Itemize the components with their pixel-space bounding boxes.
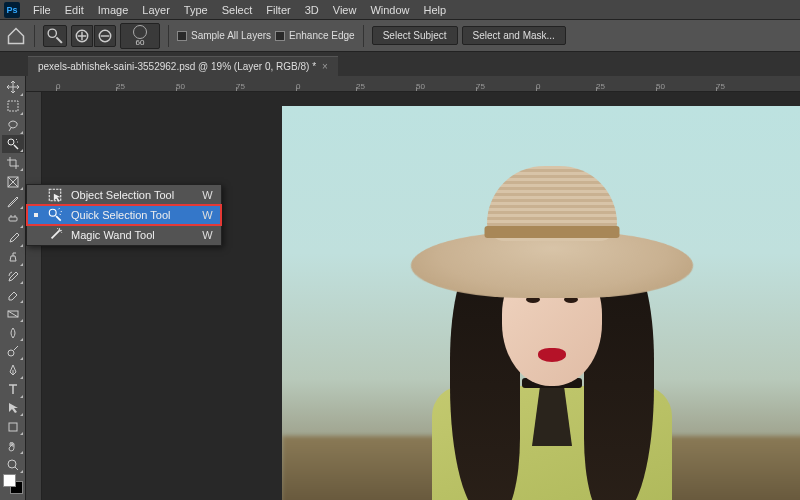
object-selection-icon xyxy=(47,187,63,203)
flyout-object-selection[interactable]: Object Selection Tool W xyxy=(27,185,221,205)
menu-filter[interactable]: Filter xyxy=(259,4,297,16)
photo-lips xyxy=(538,348,566,362)
divider xyxy=(363,25,364,47)
home-icon[interactable] xyxy=(6,26,26,46)
sample-all-layers-checkbox[interactable]: Sample All Layers xyxy=(177,30,271,41)
ruler-tick: 50 xyxy=(656,82,665,91)
svg-point-12 xyxy=(49,209,56,216)
quick-selection-tool[interactable] xyxy=(2,135,24,154)
ruler-tick: 25 xyxy=(596,82,605,91)
clone-stamp-tool[interactable] xyxy=(2,248,24,267)
checkbox-icon xyxy=(275,31,285,41)
svg-rect-9 xyxy=(9,423,17,431)
divider xyxy=(168,25,169,47)
ruler-tick: 75 xyxy=(476,82,485,91)
menu-edit[interactable]: Edit xyxy=(58,4,91,16)
ruler-tick: 0 xyxy=(56,82,60,91)
document-canvas[interactable] xyxy=(282,106,800,500)
selection-mode-group xyxy=(71,25,116,47)
move-tool[interactable] xyxy=(2,78,24,97)
document-tab-title: pexels-abhishek-saini-3552962.psd @ 19% … xyxy=(38,61,316,72)
hand-tool[interactable] xyxy=(2,436,24,455)
brush-size-label: 60 xyxy=(136,39,145,47)
document-tab-bar: pexels-abhishek-saini-3552962.psd @ 19% … xyxy=(0,52,800,76)
zoom-tool[interactable] xyxy=(2,455,24,474)
new-selection-button[interactable] xyxy=(71,25,93,47)
flyout-label: Object Selection Tool xyxy=(71,189,194,201)
canvas-viewport[interactable] xyxy=(42,92,800,500)
brush-preview-icon xyxy=(133,25,147,39)
healing-brush-tool[interactable] xyxy=(2,210,24,229)
crop-tool[interactable] xyxy=(2,153,24,172)
ruler-tick: 75 xyxy=(716,82,725,91)
selection-tool-flyout: Object Selection Tool W Quick Selection … xyxy=(26,184,222,246)
menu-type[interactable]: Type xyxy=(177,4,215,16)
ruler-tick: 0 xyxy=(536,82,540,91)
subtract-selection-button[interactable] xyxy=(94,25,116,47)
ruler-tick: 0 xyxy=(296,82,300,91)
checkbox-label: Enhance Edge xyxy=(289,30,355,41)
pen-tool[interactable] xyxy=(2,361,24,380)
eyedropper-tool[interactable] xyxy=(2,191,24,210)
menubar: Ps File Edit Image Layer Type Select Fil… xyxy=(0,0,800,20)
active-indicator xyxy=(33,212,39,218)
menu-image[interactable]: Image xyxy=(91,4,136,16)
menu-3d[interactable]: 3D xyxy=(298,4,326,16)
ruler-tick: 75 xyxy=(236,82,245,91)
select-and-mask-button[interactable]: Select and Mask... xyxy=(462,26,566,45)
frame-tool[interactable] xyxy=(2,172,24,191)
marquee-tool[interactable] xyxy=(2,97,24,116)
flyout-magic-wand[interactable]: Magic Wand Tool W xyxy=(27,225,221,245)
checkbox-label: Sample All Layers xyxy=(191,30,271,41)
enhance-edge-checkbox[interactable]: Enhance Edge xyxy=(275,30,355,41)
flyout-shortcut: W xyxy=(202,189,212,201)
ruler-tick: 50 xyxy=(416,82,425,91)
svg-point-4 xyxy=(8,139,14,145)
gradient-tool[interactable] xyxy=(2,304,24,323)
svg-rect-3 xyxy=(8,101,18,111)
color-swatches[interactable] xyxy=(3,474,23,494)
flyout-label: Magic Wand Tool xyxy=(71,229,194,241)
flyout-quick-selection[interactable]: Quick Selection Tool W xyxy=(27,205,221,225)
active-indicator xyxy=(33,192,39,198)
type-tool[interactable] xyxy=(2,380,24,399)
app-logo: Ps xyxy=(4,2,20,18)
eraser-tool[interactable] xyxy=(2,285,24,304)
menu-window[interactable]: Window xyxy=(363,4,416,16)
flyout-shortcut: W xyxy=(202,229,212,241)
magic-wand-icon xyxy=(47,227,63,243)
flyout-label: Quick Selection Tool xyxy=(71,209,194,221)
history-brush-tool[interactable] xyxy=(2,267,24,286)
menu-layer[interactable]: Layer xyxy=(135,4,177,16)
dodge-tool[interactable] xyxy=(2,342,24,361)
shape-tool[interactable] xyxy=(2,417,24,436)
svg-rect-6 xyxy=(9,217,17,221)
workspace: Object Selection Tool W Quick Selection … xyxy=(0,76,800,500)
menu-help[interactable]: Help xyxy=(417,4,454,16)
current-tool-icon[interactable] xyxy=(43,25,67,47)
select-subject-button[interactable]: Select Subject xyxy=(372,26,458,45)
divider xyxy=(34,25,35,47)
close-tab-icon[interactable]: × xyxy=(322,61,328,72)
lasso-tool[interactable] xyxy=(2,116,24,135)
checkbox-icon xyxy=(177,31,187,41)
flyout-shortcut: W xyxy=(202,209,212,221)
path-selection-tool[interactable] xyxy=(2,399,24,418)
ruler-tick: 25 xyxy=(356,82,365,91)
brush-preset-picker[interactable]: 60 xyxy=(120,23,160,49)
tools-panel xyxy=(0,76,26,500)
foreground-color-swatch[interactable] xyxy=(3,474,16,487)
options-bar: 60 Sample All Layers Enhance Edge Select… xyxy=(0,20,800,52)
svg-point-10 xyxy=(8,460,16,468)
menu-file[interactable]: File xyxy=(26,4,58,16)
menu-select[interactable]: Select xyxy=(215,4,260,16)
vertical-ruler xyxy=(26,92,42,500)
brush-tool[interactable] xyxy=(2,229,24,248)
document-tab[interactable]: pexels-abhishek-saini-3552962.psd @ 19% … xyxy=(28,56,338,76)
quick-selection-icon xyxy=(47,207,63,223)
ruler-tick: 50 xyxy=(176,82,185,91)
horizontal-ruler: 0 25 50 75 0 25 50 75 0 25 50 75 xyxy=(26,76,800,92)
menu-view[interactable]: View xyxy=(326,4,364,16)
blur-tool[interactable] xyxy=(2,323,24,342)
svg-point-0 xyxy=(48,29,56,37)
